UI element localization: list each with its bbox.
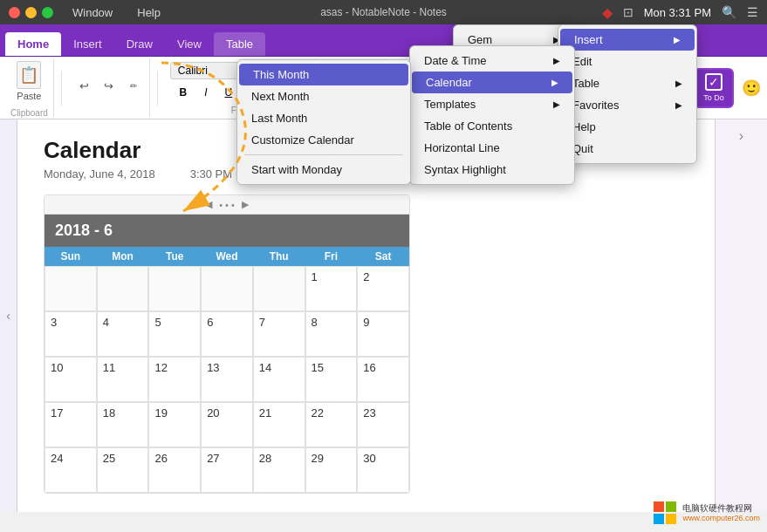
cal-cell[interactable] [45,266,97,311]
tab-view[interactable]: View [165,32,214,56]
left-nav-arrow[interactable]: ‹ [0,119,17,512]
tab-insert[interactable]: Insert [61,32,114,56]
submenu-calendar[interactable]: Calendar ▶ [412,72,572,93]
cal-this-month[interactable]: This Month [239,64,408,85]
insert-menu-item-table[interactable]: Table ▶ [558,72,696,94]
svg-rect-4 [666,514,676,524]
cal-cell-27[interactable]: 27 [201,447,253,493]
cal-cell-28[interactable]: 28 [253,447,305,493]
cal-cell-22[interactable]: 22 [305,402,358,447]
cal-start-monday[interactable]: Start with Monday [237,159,410,181]
submenu-templates[interactable]: Templates ▶ [410,93,574,115]
cal-separator [244,154,403,155]
italic-button[interactable]: I [195,83,216,102]
emoji-button[interactable]: 🙂 [741,78,762,98]
close-button[interactable] [9,7,20,18]
cal-cell-15[interactable]: 15 [305,357,358,402]
cal-cell-6[interactable]: 6 [201,311,253,357]
undo-group: ↩ ↪ ✏ [69,58,150,117]
cal-cell-11[interactable]: 11 [97,357,149,402]
insert-menu-item-help[interactable]: Help [558,116,696,138]
right-nav-arrow[interactable]: › [731,126,752,146]
calendar-topbar: ◀ • • • ▶ [45,195,409,215]
watermark: 电脑软硬件教程网 www.computer26.com [653,501,760,525]
todo-button[interactable]: ✓ To Do [694,68,734,108]
cal-cell-18[interactable]: 18 [97,402,149,447]
cal-cell-26[interactable]: 26 [148,447,201,493]
todo-check-icon: ✓ [705,73,722,91]
insert-menu-item-insert[interactable]: Insert ▶ [560,29,695,51]
page-date: Monday, June 4, 2018 [44,167,155,181]
screen-record-icon: ⊡ [623,5,633,19]
calendar-header: 2018 - 6 [45,215,409,247]
cal-cell-17[interactable]: 17 [45,402,97,447]
cal-cell-25[interactable]: 25 [97,447,149,493]
cal-cell-8[interactable]: 8 [305,311,358,357]
controls-icon[interactable]: ☰ [747,5,758,19]
cal-cell-29[interactable]: 29 [305,447,358,493]
cal-cell-16[interactable]: 16 [357,357,409,402]
todo-label: To Do [703,93,724,102]
cal-cell-14[interactable]: 14 [253,357,305,402]
submenu-datetime[interactable]: Date & Time ▶ [410,50,574,72]
datetime-arrow-icon: ▶ [553,56,560,65]
cal-cell-12[interactable]: 12 [148,357,201,402]
submenu-toc[interactable]: Table of Contents [410,115,574,137]
titlebar: Window Help asas - NotableNote - Notes ◆… [0,0,767,24]
insert-menu-item-edit[interactable]: Edit [558,51,696,72]
minimize-button[interactable] [25,7,37,18]
scroll-right-icon[interactable]: ▶ [242,199,249,210]
divider-2 [157,71,158,106]
cal-cell-7[interactable]: 7 [253,311,305,357]
cal-cell[interactable] [201,266,253,311]
cal-cell[interactable] [97,266,149,311]
tab-table[interactable]: Table [214,32,265,56]
undo-button[interactable]: ↩ [74,77,95,96]
gem-icon: ◆ [602,4,613,21]
cal-cell-23[interactable]: 23 [357,402,409,447]
submenu-syntax[interactable]: Syntax Highlight [410,159,574,181]
cal-cell-9[interactable]: 9 [357,311,409,357]
paste-icon: 📋 [17,61,41,89]
cal-customize[interactable]: Customize Calendar [237,129,410,151]
format-painter-button[interactable]: ✏ [123,77,144,96]
svg-rect-3 [654,514,664,524]
cal-cell-24[interactable]: 24 [45,447,97,493]
tab-home[interactable]: Home [5,32,61,56]
search-icon[interactable]: 🔍 [722,5,736,19]
cal-next-month[interactable]: Next Month [237,85,410,107]
cal-cell-4[interactable]: 4 [97,311,149,357]
svg-rect-1 [654,501,664,512]
cal-cell-21[interactable]: 21 [253,402,305,447]
window-controls[interactable] [9,7,53,18]
insert-menu-item-favorites[interactable]: Favorites ▶ [558,94,696,116]
submenu-hline[interactable]: Horizontal Line [410,137,574,159]
cal-last-month[interactable]: Last Month [237,107,410,129]
paste-button[interactable]: 📋 Paste [13,58,45,105]
cal-header-wed: Wed [201,247,253,266]
insert-submenu[interactable]: Date & Time ▶ Calendar ▶ Templates ▶ Tab… [409,45,575,185]
bold-button[interactable]: B [173,83,194,102]
cal-cell-5[interactable]: 5 [148,311,201,357]
cal-cell[interactable] [148,266,201,311]
insert-menu-item-quit[interactable]: Quit [558,138,696,160]
calendar-widget: ◀ • • • ▶ 2018 - 6 Sun Mon Tue Wed Thu F… [44,194,410,494]
calendar-submenu[interactable]: This Month Next Month Last Month Customi… [236,59,411,185]
scroll-left-icon[interactable]: ◀ [205,199,212,210]
insert-main-dropdown[interactable]: Insert ▶ Edit Table ▶ Favorites ▶ Help Q… [558,24,697,164]
cal-cell-10[interactable]: 10 [45,357,97,402]
cal-cell-20[interactable]: 20 [201,402,253,447]
cal-cell-13[interactable]: 13 [201,357,253,402]
tab-draw[interactable]: Draw [114,32,165,56]
cal-cell-30[interactable]: 30 [357,447,409,493]
maximize-button[interactable] [42,7,53,18]
window-menu[interactable]: Window [67,4,118,21]
cal-cell[interactable] [253,266,305,311]
cal-cell-2[interactable]: 2 [357,266,409,311]
cal-cell-19[interactable]: 19 [148,402,201,447]
redo-button[interactable]: ↪ [99,77,120,96]
help-menu[interactable]: Help [132,4,166,21]
cal-header-thu: Thu [253,247,305,266]
cal-cell-3[interactable]: 3 [45,311,97,357]
cal-cell-1[interactable]: 1 [305,266,358,311]
